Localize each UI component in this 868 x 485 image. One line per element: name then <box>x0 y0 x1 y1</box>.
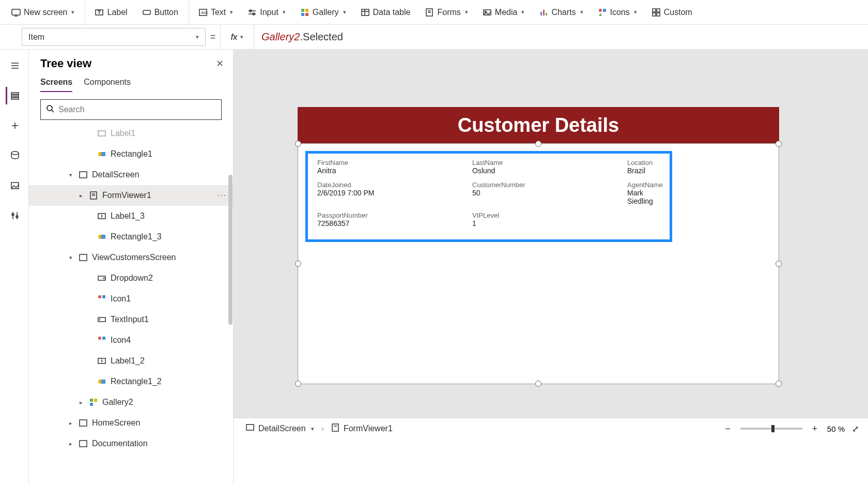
zoom-out-button[interactable]: − <box>723 423 733 434</box>
svg-rect-77 <box>80 441 87 447</box>
tab-components[interactable]: Components <box>84 78 131 92</box>
svg-rect-68 <box>102 337 105 340</box>
chevron-down-icon[interactable]: ▾ <box>67 254 74 261</box>
chevron-down-icon: ▾ <box>521 9 524 16</box>
close-icon[interactable]: ✕ <box>216 58 224 69</box>
insert-input-menu[interactable]: Input▾ <box>240 0 293 24</box>
svg-rect-33 <box>657 13 660 16</box>
svg-rect-74 <box>94 399 97 402</box>
insert-label[interactable]: Label <box>87 0 134 24</box>
insert-icons-menu[interactable]: Icons▾ <box>591 0 644 24</box>
rail-tree-view[interactable] <box>6 87 23 104</box>
field-value: 2/6/2019 7:00 PM <box>317 189 472 197</box>
rail-media[interactable] <box>6 177 23 194</box>
svg-rect-25 <box>543 10 545 16</box>
input-icon <box>247 8 257 17</box>
new-screen-menu[interactable]: New screen▾ <box>4 0 85 24</box>
svg-rect-14 <box>301 13 304 16</box>
tree-item-more[interactable]: ··· <box>217 191 227 200</box>
selection-handle[interactable] <box>776 141 782 147</box>
chevron-right-icon[interactable]: ▸ <box>67 420 74 427</box>
tree-item-rectangle1[interactable]: Rectangle1 <box>29 144 233 164</box>
tree-item-viewcustomers[interactable]: ▾ ViewCustomersScreen <box>29 247 233 268</box>
field-label: PassportNumber <box>317 211 472 219</box>
tree-item-label1-3[interactable]: Label1_3 <box>29 206 233 226</box>
rail-hamburger[interactable] <box>6 57 23 74</box>
tree-item-documentation[interactable]: ▸ Documentation <box>29 433 233 454</box>
tree-item-label1-2[interactable]: Label1_2 <box>29 351 233 371</box>
property-selector[interactable]: Item ▾ <box>22 28 206 46</box>
tree-item-textinput1[interactable]: TextInput1 <box>29 309 233 330</box>
chevron-down-icon: ▾ <box>230 9 233 16</box>
selection-handle[interactable] <box>776 381 782 387</box>
field-label: LastName <box>472 159 627 166</box>
insert-button[interactable]: Button <box>135 0 189 24</box>
fx-button[interactable]: fx ▾ <box>220 25 254 49</box>
fit-to-screen-icon[interactable]: ⤢ <box>852 424 859 434</box>
rail-insert[interactable] <box>6 117 23 134</box>
chevron-down-icon: ▾ <box>283 9 286 16</box>
rail-data[interactable] <box>6 147 23 164</box>
tree-search[interactable] <box>40 99 222 120</box>
chevron-down-icon: ▾ <box>634 9 637 16</box>
tree-item-formviewer1[interactable]: ▸ FormViewer1 ··· <box>29 185 233 206</box>
tree-item-icon1[interactable]: Icon1 <box>29 289 233 309</box>
breadcrumb-screen[interactable]: DetailScreen ▾ <box>246 423 314 434</box>
chevron-right-icon[interactable]: ▸ <box>78 192 85 199</box>
selection-handle[interactable] <box>295 261 301 267</box>
selection-handle[interactable] <box>776 261 782 267</box>
insert-datatable[interactable]: Data table <box>353 0 418 24</box>
label-icon <box>97 129 106 138</box>
button-icon <box>142 8 151 17</box>
label-icon <box>97 356 106 366</box>
svg-rect-76 <box>80 420 87 426</box>
insert-gallery-menu[interactable]: Gallery▾ <box>293 0 353 24</box>
form-viewer-card[interactable]: FirstNameAnitra LastNameOslund LocationB… <box>305 151 672 242</box>
preview-header: Customer Details <box>298 107 779 143</box>
tree-item-gallery2[interactable]: ▸ Gallery2 <box>29 392 233 413</box>
field-label: CustomerNumber <box>472 181 627 189</box>
selection-handle[interactable] <box>535 381 541 387</box>
tree-item-label1[interactable]: Label1 <box>29 123 233 144</box>
preview-title: Customer Details <box>458 114 619 137</box>
tab-screens[interactable]: Screens <box>40 78 72 92</box>
selection-handle[interactable] <box>295 141 301 147</box>
tree-list[interactable]: Label1 Rectangle1 ▾ DetailScreen ▸ FormV… <box>29 123 233 485</box>
chevron-right-icon[interactable]: ▸ <box>78 399 85 406</box>
insert-forms-menu[interactable]: Forms▾ <box>417 0 475 24</box>
shape-icon <box>97 232 106 241</box>
selection-handle[interactable] <box>535 141 541 147</box>
selection-outline[interactable]: FirstNameAnitra LastNameOslund LocationB… <box>298 143 779 384</box>
insert-media-menu[interactable]: Media▾ <box>475 0 532 24</box>
insert-text-menu[interactable]: Abc Text▾ <box>191 0 240 24</box>
svg-rect-16 <box>362 9 369 16</box>
tree-item-detailscreen[interactable]: ▾ DetailScreen <box>29 164 233 185</box>
tree-item-dropdown2[interactable]: Dropdown2 <box>29 268 233 289</box>
chevron-right-icon[interactable]: ▸ <box>67 441 74 447</box>
gallery-icon <box>89 398 98 407</box>
svg-point-67 <box>98 337 101 340</box>
zoom-in-button[interactable]: + <box>810 423 820 434</box>
scrollbar-thumb[interactable] <box>228 175 233 325</box>
tree-item-homescreen[interactable]: ▸ HomeScreen <box>29 413 233 433</box>
zoom-slider[interactable] <box>740 428 802 430</box>
tree-search-input[interactable] <box>58 105 216 114</box>
insert-custom-menu[interactable]: Custom <box>644 0 700 24</box>
chevron-down-icon[interactable]: ▾ <box>67 172 74 178</box>
formula-input[interactable]: Gallery2.Selected <box>254 25 868 49</box>
tree-view-panel: Tree view ✕ Screens Components Label1 Re… <box>29 50 234 485</box>
rail-tools[interactable] <box>6 207 23 224</box>
screen-icon <box>79 439 88 448</box>
svg-rect-32 <box>653 13 656 16</box>
insert-charts-menu[interactable]: Charts▾ <box>532 0 590 24</box>
svg-rect-78 <box>246 425 254 430</box>
tree-item-rectangle1-3[interactable]: Rectangle1_3 <box>29 226 233 247</box>
tree-item-icon4[interactable]: Icon4 <box>29 330 233 351</box>
tree-item-rectangle1-2[interactable]: Rectangle1_2 <box>29 371 233 392</box>
selection-handle[interactable] <box>295 381 301 387</box>
breadcrumb-control[interactable]: FormViewer1 <box>331 423 393 434</box>
icons-icon <box>97 336 106 345</box>
media-icon <box>483 8 492 17</box>
zoom-slider-thumb[interactable] <box>771 425 774 432</box>
chevron-down-icon: ▾ <box>71 9 74 16</box>
